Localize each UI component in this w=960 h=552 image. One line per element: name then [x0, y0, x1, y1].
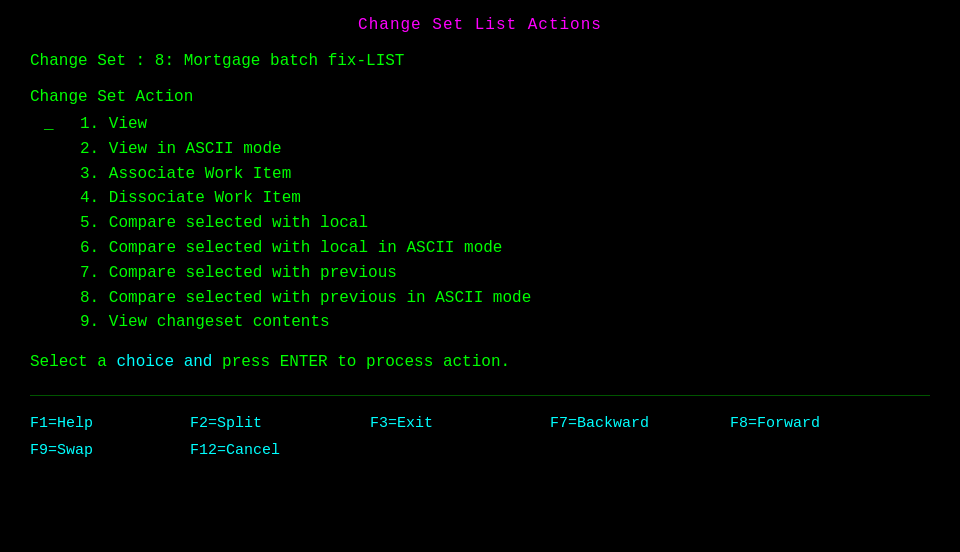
menu-item-6[interactable]: 6. Compare selected with local in ASCII …	[30, 236, 930, 261]
fkey-f2[interactable]: F2=Split	[190, 410, 370, 437]
menu-item-2[interactable]: 2. View in ASCII mode	[30, 137, 930, 162]
menu-item-8[interactable]: 8. Compare selected with previous in ASC…	[30, 286, 930, 311]
fkey-f9[interactable]: F9=Swap	[30, 437, 190, 464]
fkey-row-2: F9=Swap F12=Cancel	[30, 437, 930, 464]
fkey-f1[interactable]: F1=Help	[30, 410, 190, 437]
changeset-info: Change Set : 8: Mortgage batch fix-LIST	[30, 52, 930, 70]
fkey-f8[interactable]: F8=Forward	[730, 410, 910, 437]
menu-item-3[interactable]: 3. Associate Work Item	[30, 162, 930, 187]
menu-item-9[interactable]: 9. View changeset contents	[30, 310, 930, 335]
menu-item-4[interactable]: 4. Dissociate Work Item	[30, 186, 930, 211]
prompt-suffix: press ENTER to process action.	[212, 353, 510, 371]
fkey-f3[interactable]: F3=Exit	[370, 410, 550, 437]
action-header: Change Set Action	[30, 88, 930, 106]
fkey-row-1: F1=Help F2=Split F3=Exit F7=Backward F8=…	[30, 410, 930, 437]
page-title: Change Set List Actions	[30, 16, 930, 34]
prompt-highlight: choice and	[116, 353, 212, 371]
menu-item-5[interactable]: 5. Compare selected with local	[30, 211, 930, 236]
divider	[30, 395, 930, 396]
prompt-line: Select a choice and press ENTER to proce…	[30, 353, 930, 371]
function-keys: F1=Help F2=Split F3=Exit F7=Backward F8=…	[30, 410, 930, 464]
terminal-screen: Change Set List Actions Change Set : 8: …	[0, 0, 960, 552]
prompt-prefix: Select a	[30, 353, 116, 371]
menu-area: _ 1. View2. View in ASCII mode3. Associa…	[30, 112, 930, 335]
menu-item-1[interactable]: 1. View	[30, 112, 930, 137]
fkey-f12[interactable]: F12=Cancel	[190, 437, 370, 464]
fkey-f7[interactable]: F7=Backward	[550, 410, 730, 437]
menu-item-7[interactable]: 7. Compare selected with previous	[30, 261, 930, 286]
